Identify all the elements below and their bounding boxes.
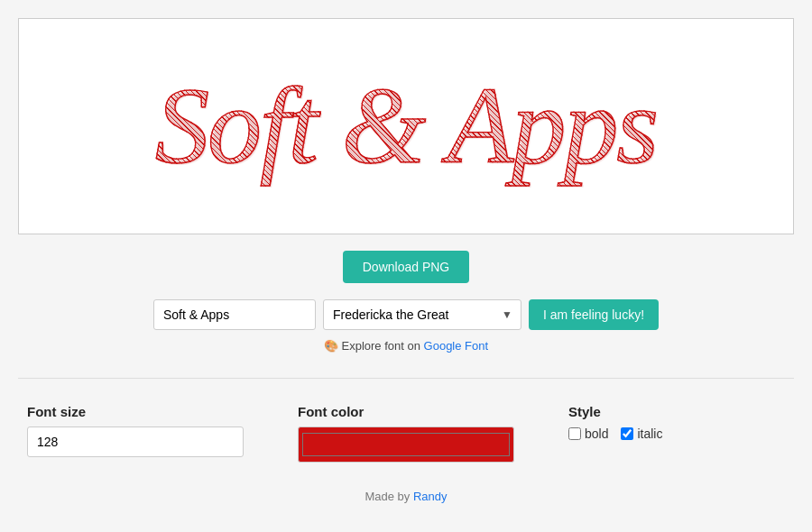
font-select-wrapper: Fredericka the GreatLobsterPacificoDanci… (323, 299, 521, 330)
download-button[interactable]: Download PNG (343, 251, 470, 283)
text-input[interactable] (153, 299, 316, 330)
font-size-label: Font size (27, 404, 244, 419)
lucky-button[interactable]: I am feeling lucky! (529, 299, 659, 330)
style-label: Style (568, 404, 662, 419)
italic-checkbox[interactable] (621, 427, 633, 440)
google-font-link[interactable]: Google Font (424, 339, 489, 353)
style-group: Style bold italic (568, 404, 662, 441)
bold-label: bold (585, 427, 608, 441)
preview-text: Soft & Apps (155, 64, 657, 188)
font-size-group: Font size (27, 404, 244, 457)
bold-checkbox[interactable] (568, 427, 581, 440)
font-size-input[interactable] (27, 427, 244, 457)
font-color-input[interactable] (298, 427, 514, 463)
footer: Made by Randy (364, 490, 447, 503)
settings-row: Font size Font color Style bold italic (18, 404, 794, 463)
divider (18, 378, 794, 379)
font-select[interactable]: Fredericka the GreatLobsterPacificoDanci… (323, 299, 521, 330)
style-checkboxes: bold italic (568, 427, 662, 441)
font-color-group: Font color (298, 404, 514, 463)
explore-prefix: 🎨 Explore font on (324, 339, 424, 353)
controls-row: Fredericka the GreatLobsterPacificoDanci… (153, 299, 659, 330)
footer-link[interactable]: Randy (413, 490, 448, 503)
preview-box: Soft & Apps (18, 18, 794, 234)
footer-prefix: Made by (364, 490, 412, 503)
bold-checkbox-label[interactable]: bold (568, 427, 608, 441)
italic-checkbox-label[interactable]: italic (621, 427, 662, 441)
italic-label: italic (637, 427, 662, 441)
explore-row: 🎨 Explore font on Google Font (324, 339, 488, 353)
font-color-label: Font color (298, 404, 514, 419)
